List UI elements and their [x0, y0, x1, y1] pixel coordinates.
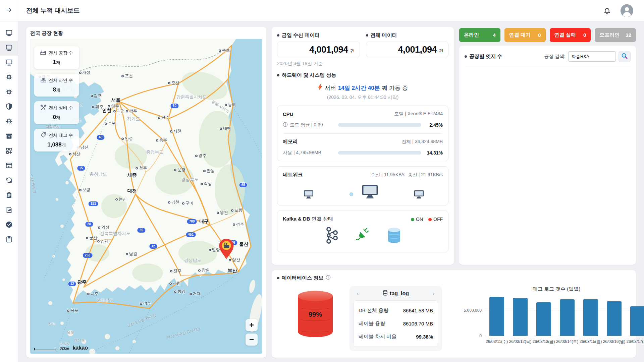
sidebar-item-4[interactable]: [0, 85, 18, 100]
map-label-region: 전북특별자치도: [100, 231, 130, 237]
factory-search-input[interactable]: [568, 51, 616, 62]
db-info-icon[interactable]: [326, 275, 331, 281]
map-label-city: 거제: [190, 291, 201, 296]
sidebar-item-6[interactable]: [0, 115, 18, 129]
map-label-city big: 대전: [127, 188, 137, 194]
map-stat-value: 8개: [37, 86, 76, 93]
plug-icon: [356, 228, 369, 244]
sidebar-item-3[interactable]: [0, 70, 18, 85]
sidebar-item-5[interactable]: [0, 100, 18, 115]
total-data-card: 4,001,094 건: [366, 42, 449, 57]
map-stat-value: 1개: [37, 59, 76, 66]
map-label-shield: 451: [186, 232, 196, 237]
map-stat-label: 전체 설비 수: [49, 105, 73, 111]
table-detail-value: 86106.70 MB: [403, 321, 433, 326]
map-label-city big: 세종: [127, 172, 137, 178]
map-stat-card-1: 전체 라인 수 8개: [34, 74, 79, 97]
sidebar-menu: [0, 26, 18, 247]
today-data-unit: 건: [350, 48, 355, 54]
gear-icon: [5, 88, 13, 97]
map-label-shield: 50: [170, 103, 179, 109]
sidebar-item-10[interactable]: [0, 174, 18, 188]
next-table-button[interactable]: ›: [432, 290, 435, 297]
map-label-city: 안성: [121, 135, 133, 141]
clipboard-icon: [5, 236, 13, 244]
kafka-db-card: Kafka & DB 연결 상태 ON OFF: [277, 210, 448, 252]
user-avatar[interactable]: [621, 4, 633, 17]
chart-title: 태그 로그 갯수 (일별): [461, 286, 644, 292]
map-zoom-in-button[interactable]: +: [246, 319, 258, 331]
today-data-label: 금일 수신 데이터: [277, 32, 360, 39]
server-node-icon: [362, 185, 378, 200]
factory-search-area: 공장 검색:: [544, 51, 631, 62]
kafka-db-status-icons: [283, 225, 443, 247]
lightning-icon: [318, 84, 323, 92]
table-detail-label: 테이블 차지 비율: [359, 334, 396, 340]
chart-x-label: 26/03/15(일): [579, 339, 602, 345]
sidebar-item-13[interactable]: [0, 218, 18, 233]
map-stat-card-0: 전체 공장 수 1개: [34, 46, 79, 69]
sidebar-item-2[interactable]: [0, 56, 18, 70]
cpu-usage-percent: 2.45%: [426, 122, 443, 128]
table-name: tag_log: [383, 290, 409, 297]
chart-bars: [485, 294, 644, 336]
as-of-date: 2026년 3월 18일 기준: [277, 61, 448, 67]
sidebar-item-14[interactable]: [0, 233, 18, 247]
history-gear-icon: [5, 177, 13, 185]
network-stats: 수신 | 11.95KB/s 송신 | 21.91KB/s: [371, 172, 443, 178]
tools-icon: [40, 104, 47, 112]
map-label-shield: 40: [96, 135, 105, 140]
sidebar-item-9[interactable]: [0, 159, 18, 174]
edge-node-icon: [304, 190, 314, 200]
tag-log-chart: 태그 로그 갯수 (일별) 5,000,000 0 26/03/11(수)26/…: [461, 283, 644, 345]
chart-bar-26/03/16(월): [607, 301, 622, 336]
chart-x-label: 26/03/13(금): [532, 339, 555, 345]
map-stat-label: 전체 공장 수: [49, 50, 73, 56]
map-label-shield: 253: [83, 253, 93, 258]
status-badge-1: 연결 대기0: [504, 28, 546, 42]
map-zoom-out-button[interactable]: −: [246, 334, 258, 346]
korea-map[interactable]: 경기도강원특별자치도충청북도충청남도경상북도경상남도전북특별자치도전라남도교동도…: [30, 39, 262, 354]
map-label-city: 영주: [195, 153, 207, 159]
db-usage-cylinder: 99%: [296, 289, 335, 341]
table-info-card: ‹ tag_log › DB 전체 용량86641.53 MB테이블 용량861…: [350, 286, 442, 351]
packet-dot: [350, 192, 353, 196]
dashboard-app: 전체 누적 대시보드 전국 공장 현황: [0, 0, 644, 362]
info-icon: [283, 122, 288, 128]
search-button[interactable]: [619, 51, 631, 62]
notification-bell-icon[interactable]: [603, 7, 611, 15]
map-label-city: 제천: [170, 128, 181, 134]
cpu-memory-card: CPU 모델 | Xeon® E E-2434 로드 평균 | 0.39 2.4…: [277, 106, 448, 161]
sidebar-item-11[interactable]: [0, 188, 18, 203]
status-badge-2: 연결 실패0: [550, 28, 591, 42]
sidebar-item-1[interactable]: [0, 41, 18, 56]
map-label-city: 포항: [231, 207, 243, 213]
map-label-region: 충청남도: [90, 171, 107, 177]
map-label-city: 나주: [87, 291, 99, 296]
map-label-city: 논산: [115, 196, 127, 202]
prev-table-button[interactable]: ‹: [356, 290, 360, 297]
scale-label: 32km: [60, 346, 69, 350]
sidebar-item-7[interactable]: [0, 129, 18, 144]
map-label-island: 진도: [48, 321, 56, 326]
sidebar-item-0[interactable]: [0, 26, 18, 41]
connection-status-badges: 온라인4연결 대기0연결 실패0오프라인32: [459, 28, 636, 42]
archive-icon: [5, 132, 13, 141]
map-label-city: 김포: [91, 93, 102, 99]
map-label-city: 광주: [126, 108, 137, 114]
map-label-city big: 부산: [228, 268, 237, 274]
map-label-city: 안동: [203, 168, 215, 174]
map-label-city: 수원: [105, 120, 116, 126]
chart-x-label: 26/03/16(월): [602, 339, 626, 345]
table-detail-row: DB 전체 용량86641.53 MB: [359, 304, 433, 317]
map-label-city: 문경: [174, 167, 185, 172]
sidebar-toggle-button[interactable]: [0, 0, 18, 21]
line-icon: [40, 77, 47, 84]
map-label-city: 여수: [140, 300, 151, 306]
table-detail-label: 테이블 용량: [359, 320, 385, 327]
sidebar-item-12[interactable]: [0, 203, 18, 218]
sidebar-item-8[interactable]: [0, 144, 18, 159]
status-badge-label: 온라인: [464, 32, 479, 38]
map-label-shield: 700: [187, 219, 197, 224]
factory-map-marker[interactable]: [218, 238, 235, 260]
